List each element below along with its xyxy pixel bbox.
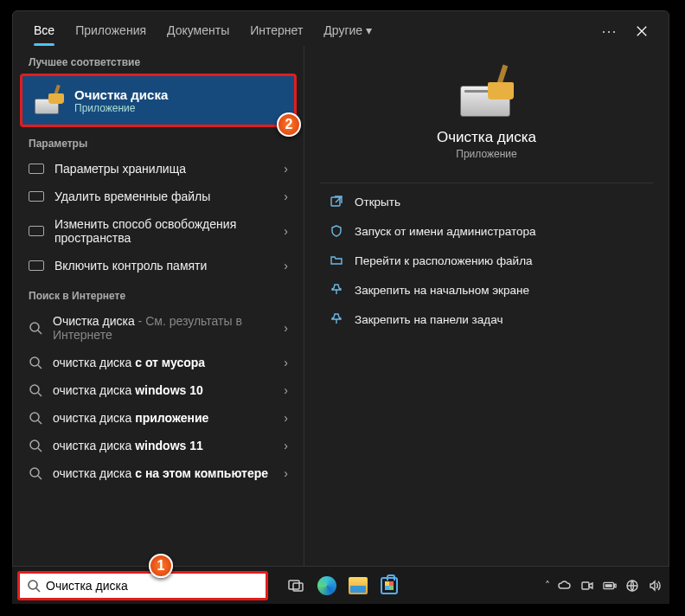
pin-icon: [329, 311, 344, 327]
chevron-right-icon: ›: [284, 383, 288, 397]
svg-point-7: [29, 581, 37, 589]
search-panel: Все Приложения Документы Интернет Другие…: [12, 10, 669, 570]
file-explorer-icon: [349, 577, 368, 594]
results-column: Лучшее соответствие Очистка диска Прилож…: [13, 46, 304, 569]
web-result-main[interactable]: Очистка диска - См. результаты в Интерне…: [13, 307, 304, 349]
svg-point-3: [30, 413, 39, 421]
svg-rect-13: [605, 584, 612, 587]
preview-title: Очистка диска: [437, 129, 536, 146]
settings-icon: [29, 260, 44, 271]
preview-subtitle: Приложение: [456, 148, 516, 160]
language-icon[interactable]: [623, 576, 642, 595]
tabs-row: Все Приложения Документы Интернет Другие…: [13, 11, 669, 46]
svg-point-2: [30, 385, 39, 394]
section-settings: Параметры: [13, 127, 304, 155]
web-result[interactable]: очистка диска windows 10›: [13, 376, 304, 404]
tab-internet[interactable]: Интернет: [241, 16, 311, 46]
chevron-right-icon: ›: [284, 439, 288, 452]
divider: [320, 183, 653, 183]
search-box[interactable]: [17, 571, 268, 600]
svg-rect-6: [331, 197, 340, 206]
store-button[interactable]: [374, 570, 405, 601]
settings-icon: [29, 164, 44, 174]
chevron-right-icon: ›: [284, 466, 288, 480]
action-run-admin[interactable]: Запуск от имени администратора: [304, 216, 669, 246]
web-result[interactable]: очистка диска приложение›: [13, 404, 304, 432]
chevron-down-icon: ▾: [366, 23, 372, 37]
svg-point-0: [30, 323, 39, 331]
action-pin-taskbar[interactable]: Закрепить на панели задач: [304, 305, 669, 334]
edge-icon: [317, 576, 336, 595]
svg-rect-8: [289, 581, 299, 589]
pin-icon: [329, 282, 344, 298]
svg-rect-10: [582, 582, 589, 589]
web-result[interactable]: очистка диска с на этом компьютере›: [13, 459, 304, 487]
taskbar: ˄: [12, 566, 669, 604]
chevron-right-icon: ›: [284, 356, 288, 369]
tab-all[interactable]: Все: [25, 16, 63, 46]
setting-delete-temp[interactable]: Удалить временные файлы›: [13, 183, 304, 210]
search-icon: [29, 411, 42, 425]
chevron-right-icon: ›: [284, 259, 288, 273]
section-best-match: Лучшее соответствие: [13, 46, 304, 74]
action-pin-start[interactable]: Закрепить на начальном экране: [304, 275, 669, 305]
edge-button[interactable]: [311, 570, 342, 601]
open-icon: [329, 194, 344, 209]
setting-free-space[interactable]: Изменить способ освобождения пространств…: [13, 210, 304, 252]
disk-cleanup-icon: [453, 65, 521, 120]
chevron-right-icon: ›: [284, 321, 288, 335]
store-icon: [381, 577, 398, 594]
best-match-title: Очистка диска: [74, 87, 168, 102]
explorer-button[interactable]: [342, 570, 374, 601]
onedrive-icon[interactable]: [555, 576, 574, 595]
taskview-button[interactable]: [280, 570, 311, 601]
settings-icon: [29, 226, 44, 236]
svg-point-5: [30, 468, 39, 477]
best-match-subtitle: Приложение: [74, 102, 168, 114]
close-button[interactable]: [627, 16, 656, 46]
setting-storage[interactable]: Параметры хранилища›: [13, 155, 304, 183]
chevron-right-icon: ›: [284, 411, 288, 425]
preview-column: Очистка диска Приложение Открыть Запуск …: [304, 46, 669, 569]
chevron-right-icon: ›: [284, 162, 288, 176]
setting-storage-sense[interactable]: Включить контроль памяти›: [13, 252, 304, 279]
folder-icon: [329, 253, 344, 268]
tab-apps[interactable]: Приложения: [67, 16, 155, 46]
disk-cleanup-icon: [33, 85, 64, 116]
annotation-badge-2: 2: [277, 112, 301, 137]
web-result[interactable]: очистка диска windows 11›: [13, 432, 304, 459]
settings-icon: [29, 191, 44, 202]
chevron-right-icon: ›: [284, 224, 288, 238]
meet-now-icon[interactable]: [578, 576, 597, 595]
annotation-badge-1: 1: [149, 554, 173, 578]
svg-point-1: [30, 357, 39, 366]
best-match-item[interactable]: Очистка диска Приложение: [20, 74, 297, 127]
more-options-button[interactable]: ⋯: [594, 16, 624, 46]
battery-icon[interactable]: [600, 576, 619, 595]
tray-overflow-button[interactable]: ˄: [545, 580, 550, 592]
section-web: Поиск в Интернете: [13, 279, 304, 307]
search-icon: [29, 383, 42, 397]
volume-icon[interactable]: [645, 576, 664, 595]
search-icon: [27, 579, 41, 593]
shield-icon: [329, 223, 344, 239]
system-tray: ˄: [545, 576, 664, 595]
search-icon: [29, 439, 42, 452]
action-open[interactable]: Открыть: [304, 187, 669, 216]
tab-documents[interactable]: Документы: [158, 16, 238, 46]
search-icon: [29, 356, 42, 369]
web-result[interactable]: очистка диска с от мусора›: [13, 349, 304, 376]
search-icon: [29, 466, 42, 480]
svg-point-4: [30, 440, 39, 449]
chevron-right-icon: ›: [284, 189, 288, 203]
tab-more[interactable]: Другие ▾: [315, 16, 381, 46]
search-icon: [29, 321, 42, 335]
search-input[interactable]: [46, 579, 259, 593]
svg-rect-12: [614, 584, 616, 587]
action-file-location[interactable]: Перейти к расположению файла: [304, 246, 669, 275]
